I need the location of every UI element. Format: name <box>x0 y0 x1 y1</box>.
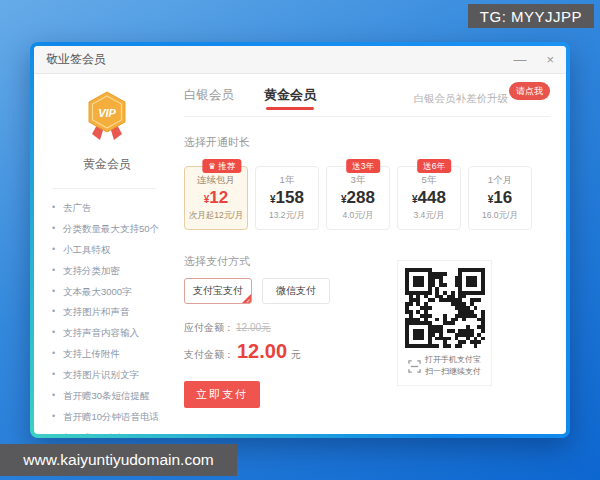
pay-amount-label: 支付金额： <box>184 348 234 362</box>
sidebar-divider <box>52 188 156 189</box>
due-amount-label: 应付金额： <box>184 322 234 333</box>
sidebar: VIP 黄金会员 去广告分类数量最大支持50个小工具特权支持分类加密文本最大30… <box>34 74 174 434</box>
qr-panel: 打开手机支付宝 扫一扫继续支付 <box>397 260 492 386</box>
feature-item: 支持图片和声音 <box>52 306 168 317</box>
plan-price: ¥158 <box>270 189 304 208</box>
plan-cards: ♛ 推荐连续包月¥12次月起12元/月1年¥15813.2元/月送3年3年¥28… <box>184 166 550 230</box>
pay-amount-value: 12.00 <box>237 340 287 363</box>
scan-icon <box>408 360 421 373</box>
plan-monthly-rate: 13.2元/月 <box>269 210 305 222</box>
titlebar[interactable]: 敬业签会员 — × <box>34 46 566 74</box>
plan-price: ¥448 <box>412 189 446 208</box>
plan-monthly-rate: 次月起12元/月 <box>189 210 243 222</box>
feature-item: 支持分类加密 <box>52 265 168 276</box>
upgrade-click-badge[interactable]: 请点我 <box>509 82 550 100</box>
plan-price: ¥12 <box>204 189 228 208</box>
duration-section-label: 选择开通时长 <box>184 135 550 150</box>
crown-icon: ♛ <box>208 161 218 171</box>
feature-item: 支持声音内容输入 <box>52 327 168 338</box>
app-window: 敬业签会员 — × VIP 黄金会员 <box>30 42 570 438</box>
feature-item: 分类数量最大支持50个 <box>52 223 168 234</box>
tg-contact-label: TG: MYYJJPP <box>468 4 594 28</box>
minimize-icon[interactable]: — <box>513 53 526 66</box>
pay-now-button[interactable]: 立即支付 <box>184 381 260 408</box>
plan-card-5[interactable]: 1个月¥1616.0元/月 <box>468 166 532 230</box>
feature-list: 去广告分类数量最大支持50个小工具特权支持分类加密文本最大3000字支持图片和声… <box>50 202 174 434</box>
plan-card-3[interactable]: 送3年3年¥2884.0元/月 <box>326 166 390 230</box>
gift-badge: 送3年 <box>346 159 380 173</box>
qr-caption-line2: 扫一扫继续支付 <box>425 366 481 378</box>
qr-caption-line1: 打开手机支付宝 <box>425 354 481 366</box>
feature-item: 小工具特权 <box>52 244 168 255</box>
payment-method-wechat[interactable]: 微信支付 <box>262 278 330 304</box>
recommended-badge: ♛ 推荐 <box>202 159 241 173</box>
plan-card-4[interactable]: 送6年5年¥4483.4元/月 <box>397 166 461 230</box>
plan-card-2[interactable]: 1年¥15813.2元/月 <box>255 166 319 230</box>
pay-amount-line: 支付金额： 12.00 元 <box>184 340 550 363</box>
payment-method-alipay[interactable]: 支付宝支付 <box>184 278 252 304</box>
plan-price: ¥16 <box>488 189 512 208</box>
plan-price: ¥288 <box>341 189 375 208</box>
plan-monthly-rate: 16.0元/月 <box>482 210 518 222</box>
plan-monthly-rate: 4.0元/月 <box>342 210 373 222</box>
window-title: 敬业签会员 <box>46 51 106 68</box>
svg-text:VIP: VIP <box>98 107 116 119</box>
alipay-qr-code <box>405 268 485 348</box>
plan-name: 3年 <box>351 174 366 187</box>
feature-item: 文本最大3000字 <box>52 286 168 297</box>
gift-badge: 送6年 <box>417 159 451 173</box>
feature-item: 每月赠100条邮箱提醒 <box>52 432 168 434</box>
vip-badge-icon: VIP <box>83 90 131 144</box>
plan-monthly-rate: 3.4元/月 <box>413 210 444 222</box>
member-level-label: 黄金会员 <box>50 156 174 173</box>
plan-name: 5年 <box>422 174 437 187</box>
tab-bar: 白银会员 黄金会员 白银会员补差价升级 请点我 <box>184 74 550 117</box>
main-panel: 白银会员 黄金会员 白银会员补差价升级 请点我 选择开通时长 ♛ 推荐连续包月¥… <box>174 74 566 434</box>
plan-name: 1年 <box>280 174 295 187</box>
feature-item: 首开赠30条短信提醒 <box>52 390 168 401</box>
due-amount-value: 12.00元 <box>236 322 271 333</box>
feature-item: 支持图片识别文字 <box>52 369 168 380</box>
close-icon[interactable]: × <box>546 53 554 66</box>
plan-name: 1个月 <box>488 174 512 187</box>
payment-methods: 支付宝支付微信支付 <box>184 278 550 304</box>
website-url-label: www.kaiyuntiyudomain.com <box>0 444 237 476</box>
tab-silver-member[interactable]: 白银会员 <box>184 74 234 116</box>
tab-gold-member[interactable]: 黄金会员 <box>264 74 316 116</box>
pay-amount-unit: 元 <box>291 348 301 362</box>
payment-section-label: 选择支付方式 <box>184 254 550 269</box>
feature-item: 去广告 <box>52 202 168 213</box>
plan-card-1[interactable]: ♛ 推荐连续包月¥12次月起12元/月 <box>184 166 248 230</box>
due-amount-line: 应付金额：12.00元 <box>184 321 550 335</box>
plan-name: 连续包月 <box>197 174 235 187</box>
upgrade-link[interactable]: 白银会员补差价升级 <box>414 92 509 106</box>
feature-item: 支持上传附件 <box>52 348 168 359</box>
feature-item: 首开赠10分钟语音电话 <box>52 411 168 422</box>
